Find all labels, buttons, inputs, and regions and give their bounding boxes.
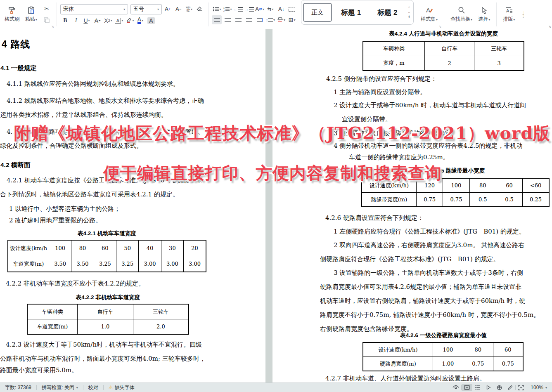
table-caption-425[interactable]: 表4.2.5 路缘带最小宽度 [361,167,550,175]
table-cell[interactable]: 设计速度(km/h [8,240,49,256]
list-item-cont[interactable]: 宜设置侧分隔带。 [342,116,391,123]
table-cell[interactable]: 1.00 [433,357,463,371]
style-heading2[interactable]: 标题 2 [370,4,405,21]
proofread-button[interactable]: 校对 [83,383,103,392]
table-cell[interactable]: 3.50 [71,256,94,272]
style-heading1[interactable]: 标题 1 [334,4,368,21]
heading-4[interactable]: 4 路线 [2,38,30,51]
table-cell[interactable]: 0.5 [469,193,496,207]
list-item[interactable]: 4 侧分隔带机动车道一侧的路缘带宽度应符合表4.2.5的规定，非机动 [334,142,522,150]
table-cell[interactable]: 80 [469,178,496,193]
list-item[interactable]: 2 设计速度大于或等于80km/h 时，机动车道与非机动车道或人行道间 [334,102,526,109]
list-item[interactable]: 2 改扩建时用地严重受限的公路。 [9,217,102,224]
table-cell[interactable]: 宽度，m [363,56,425,71]
table-cell[interactable]: 3.00 [184,256,206,272]
spellcheck-status[interactable]: 拼写检查: 关闭▾ [37,383,83,392]
character-border-button[interactable]: A▾ [114,16,124,25]
list-item[interactable]: 1 以通行中、小型客运车辆为主的公路； [9,205,120,213]
format-painter-button[interactable]: 格式刷 [2,5,22,24]
table-cell[interactable]: 3.25 [94,256,116,272]
find-replace-button[interactable]: 查找替换▾ [448,5,475,24]
table-caption-421[interactable]: 表4.2.1 机动车车道宽度 [7,230,206,237]
show-marks-icon[interactable] [287,5,297,14]
table-cell[interactable]: 80 [71,240,94,256]
eraser-icon[interactable] [195,5,205,14]
para-423-l2[interactable]: 公路非机动车与机动车混行时，路面最小宽度可采用4.0m; 三轮车较多时， [0,355,206,363]
table-cell[interactable]: 50 [116,240,139,256]
distribute-button[interactable] [255,15,265,24]
para-411[interactable]: 4.1.1 路线线位应符合公路网规划控制点和城镇总体规划要求。 [7,80,179,88]
list-item-cont[interactable]: 路肩宽度不得小于0.75m, 辅路设计速度小于60km/h 时，宽度不得小于0.… [320,311,540,319]
text-wrap-icon[interactable]: ⇆▾ [265,5,275,14]
clipped-button[interactable]: 批 [519,9,524,21]
decrease-indent-icon[interactable]: ← [233,5,243,14]
align-right-button[interactable] [233,15,243,24]
word-count[interactable]: 字数: 37369 [0,383,36,392]
list-item-cont[interactable]: 硬路肩宽度最小值可采用表4.2.6规定的最小值；辅路为单车道且未设置非 [320,283,521,291]
para-412-l2[interactable]: 运用各类技术指标，注意平纵线形组合、保持线形连续均衡。 [0,111,167,119]
table-cell[interactable]: 3.25 [116,256,139,272]
outline-view-icon[interactable] [472,384,483,391]
table-cell[interactable]: 设计速度(km/h) [363,342,433,357]
font-size-combo[interactable]: 五号▾ [130,4,162,14]
dialog-launcher-icon[interactable]: ↘ [548,25,551,28]
shading-fill-button[interactable]: ▾ [276,15,286,24]
web-view-icon[interactable] [494,384,505,391]
align-left-button[interactable] [212,15,222,24]
table-cell[interactable]: 硬路肩宽度(m) [363,357,433,371]
table-4-2-5[interactable]: 设计速度(km/h)1201008060<60路缘带宽度(m)0.750.750… [361,178,550,207]
table-cell[interactable]: 三轮车 [133,304,189,319]
para-423-l3[interactable]: 路面最小宽度可采用5.0m。 [0,366,78,374]
style-normal[interactable]: 正文 [303,3,332,22]
table-cell[interactable]: 2 [425,56,474,71]
list-item[interactable]: 2 双向四车道高速公路，右侧硬路肩宽度应为3.0m。 其他高速公路右 [334,241,524,249]
zoom-dropdown-icon[interactable]: ▾ [545,386,547,390]
strikethrough-button[interactable]: A▾ [92,16,102,25]
pen-annotate-icon[interactable] [505,384,515,391]
para-413-l1[interactable]: 4.1.3 应根据公路功能、技术等级、交通特性及地形、结合用地、管线、 [7,128,204,136]
table-cell[interactable]: 100 [49,240,71,256]
para-421-l1[interactable]: 4.2.1 机动车车道宽度应按《公路工程技术标准》(JTGB01) 的规定。符 [7,177,204,184]
table-cell[interactable]: 路缘带宽度(m) [362,193,417,207]
copy-icon[interactable] [42,16,52,25]
phonetic-guide-icon[interactable]: wén变▾ [184,5,194,14]
table-cell[interactable]: 车辆种类 [363,41,425,56]
highlight-color-button[interactable]: ▾ [125,16,135,25]
increase-indent-icon[interactable]: → [244,5,254,14]
heading-4-2[interactable]: 4.2 横断面 [0,161,30,170]
table-cell[interactable]: 100 [443,178,469,193]
gallery-down-icon[interactable]: ⌄ [407,10,410,14]
font-color-button[interactable]: A▾ [135,16,145,25]
page-view-icon[interactable] [462,384,472,391]
table-cell[interactable]: 80 [463,342,493,357]
para-413-l2[interactable]: 绿化及控制条件，合理确定公路横断面组成及形式。 [0,142,142,150]
character-scale-icon[interactable]: A⇄▾ [255,5,265,14]
increase-font-icon[interactable]: A+ [163,5,173,14]
sort-icon[interactable]: A↓ [276,5,286,14]
table-cell[interactable]: 车道宽度(m) [8,256,49,272]
list-item[interactable]: 3 设置辅路的一级公路，主路单向机动车道数大于或等于3条时，右侧 [334,269,523,277]
para-412-l1[interactable]: 4.1.2 线路线形应结合地形地物、地质水文和排水等要求综合考虑，正确 [7,97,204,105]
line-spacing-button[interactable]: ↕▾ [265,15,275,24]
table-cell[interactable]: 自行车 [425,41,474,56]
character-shading-button[interactable]: A [146,16,156,25]
font-name-combo[interactable]: 宋体▾ [60,4,128,14]
table-4-2-2[interactable]: 车辆种类自行车三轮车车道宽度(m)1.02.0 [27,304,189,335]
dialog-launcher-icon[interactable]: ↘ [51,25,54,28]
cut-icon[interactable]: ✂ [42,4,52,13]
para-423-l1[interactable]: 4.2.3 设计速度大于等于50km/h时，机动车与非机动车不宜混行。四级 [6,341,202,349]
para-421-l2[interactable]: 合下列情况时，城镇化地区公路车道宽度可采用表4.2.1 的规定。 [0,191,179,198]
table-caption-424[interactable]: 表4.2.4 人行道与非机动车道合并设置的宽度 [362,30,524,38]
underline-button[interactable]: U▾ [82,16,92,25]
paste-button[interactable]: 粘贴▾ [22,5,40,24]
table-cell[interactable]: 0.75 [463,357,493,371]
table-cell[interactable]: 设计速度(km/h) [362,178,417,193]
table-4-2-1[interactable]: 设计速度(km/h100806050403020车道宽度(m)3.503.503… [7,240,206,272]
para-425[interactable]: 4.2.5 侧分隔带的设置应符合下列规定： [326,75,437,83]
italic-button[interactable]: I [71,16,81,25]
table-cell[interactable]: 3.50 [49,256,71,272]
table-cell[interactable]: 30 [161,240,183,256]
layout-button[interactable]: A 排版▾ [500,5,518,24]
table-cell[interactable]: 60 [496,178,522,193]
list-item-cont[interactable]: 车道一侧的路缘带宽度应为0.25m。 [349,153,449,161]
